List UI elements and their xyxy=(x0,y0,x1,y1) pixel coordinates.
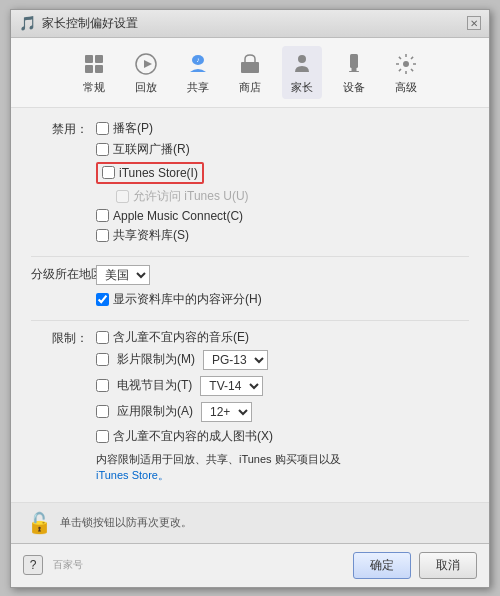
confirm-button[interactable]: 确定 xyxy=(353,552,411,579)
devices-label: 设备 xyxy=(343,80,365,95)
show-ratings-row: 显示资料库中的内容评分(H) xyxy=(96,291,469,308)
toolbar-playback[interactable]: 回放 xyxy=(126,46,166,99)
music-restrict-checkbox[interactable] xyxy=(96,331,109,344)
music-restrict-label[interactable]: 含儿童不宜内容的音乐(E) xyxy=(113,329,249,346)
lock-row: 🔓 单击锁按钮以防再次更改。 xyxy=(11,502,489,543)
itunes-store-checkbox[interactable] xyxy=(102,166,115,179)
podcast-checkbox[interactable] xyxy=(96,122,109,135)
toolbar-parental[interactable]: 家长 xyxy=(282,46,322,99)
internet-radio-row: 互联网广播(R) xyxy=(96,141,469,158)
general-icon xyxy=(80,50,108,78)
itunes-u-checkbox[interactable] xyxy=(116,190,129,203)
main-window: 🎵 家长控制偏好设置 ✕ 常规 回放 ♪ 共享 xyxy=(10,9,490,588)
restrict-section-row: 限制： 含儿童不宜内容的音乐(E) 影片限制为(M) PG-13 G PG R xyxy=(31,329,469,484)
restrict-label: 限制： xyxy=(31,329,96,347)
separator-2 xyxy=(31,320,469,321)
svg-rect-1 xyxy=(95,55,103,63)
close-button[interactable]: ✕ xyxy=(467,16,481,30)
svg-marker-5 xyxy=(144,60,152,68)
movie-limit-checkbox[interactable] xyxy=(96,353,109,366)
internet-radio-checkbox[interactable] xyxy=(96,143,109,156)
tv-rating-select[interactable]: TV-14 TV-Y TV-G xyxy=(200,376,263,396)
shared-library-label[interactable]: 共享资料库(S) xyxy=(113,227,189,244)
show-ratings-checkbox[interactable] xyxy=(96,293,109,306)
itunes-u-row: 允许访问 iTunes U(U) xyxy=(116,188,469,205)
tv-limit-label[interactable]: 电视节目为(T) xyxy=(117,377,192,394)
window-icon: 🎵 xyxy=(19,15,36,31)
advanced-label: 高级 xyxy=(395,80,417,95)
adult-books-checkbox[interactable] xyxy=(96,430,109,443)
apple-music-row: Apple Music Connect(C) xyxy=(96,209,469,223)
svg-rect-12 xyxy=(349,71,359,72)
app-limit-checkbox[interactable] xyxy=(96,405,109,418)
toolbar-store[interactable]: 商店 xyxy=(230,46,270,99)
tv-limit-checkbox[interactable] xyxy=(96,379,109,392)
disabled-section: 禁用： 播客(P) 互联网广播(R) iTunes Store(I) xyxy=(31,120,469,248)
tv-limit-row: 电视节目为(T) TV-14 TV-Y TV-G xyxy=(96,376,469,396)
svg-rect-8 xyxy=(241,62,259,73)
shared-library-row: 共享资料库(S) xyxy=(96,227,469,244)
app-limit-row: 应用限制为(A) 12+ 4+ 9+ 17+ xyxy=(96,402,469,422)
separator-1 xyxy=(31,256,469,257)
devices-icon xyxy=(340,50,368,78)
toolbar-advanced[interactable]: 高级 xyxy=(386,46,426,99)
rating-region-label: 分级所在地区(N)： xyxy=(31,265,96,283)
cancel-button[interactable]: 取消 xyxy=(419,552,477,579)
svg-rect-0 xyxy=(85,55,93,63)
restrict-content: 含儿童不宜内容的音乐(E) 影片限制为(M) PG-13 G PG R 电视节目… xyxy=(96,329,469,484)
itunes-store-label[interactable]: iTunes Store(I) xyxy=(119,166,198,180)
toolbar-devices[interactable]: 设备 xyxy=(334,46,374,99)
svg-rect-2 xyxy=(85,65,93,73)
store-icon xyxy=(236,50,264,78)
footer-left: ? 百家号 xyxy=(23,555,83,575)
advanced-icon xyxy=(392,50,420,78)
svg-text:♪: ♪ xyxy=(196,56,200,63)
toolbar-general[interactable]: 常规 xyxy=(74,46,114,99)
svg-point-13 xyxy=(403,61,409,67)
svg-point-9 xyxy=(298,55,306,63)
sharing-label: 共享 xyxy=(187,80,209,95)
lock-icon[interactable]: 🔓 xyxy=(27,511,52,535)
music-restrict-row: 含儿童不宜内容的音乐(E) xyxy=(96,329,469,346)
show-ratings-label[interactable]: 显示资料库中的内容评分(H) xyxy=(113,291,262,308)
note-text: 内容限制适用于回放、共享、iTunes 购买项目以及 iTunes Store。 xyxy=(96,451,469,484)
podcast-label[interactable]: 播客(P) xyxy=(113,120,153,137)
itunes-store-highlight-box: iTunes Store(I) xyxy=(96,162,204,184)
toolbar-sharing[interactable]: ♪ 共享 xyxy=(178,46,218,99)
title-bar-left: 🎵 家长控制偏好设置 xyxy=(19,15,138,32)
movie-limit-row: 影片限制为(M) PG-13 G PG R xyxy=(96,350,469,370)
store-label: 商店 xyxy=(239,80,261,95)
note-link[interactable]: iTunes Store。 xyxy=(96,469,169,481)
app-rating-select[interactable]: 12+ 4+ 9+ 17+ xyxy=(201,402,252,422)
playback-label: 回放 xyxy=(135,80,157,95)
content-area: 禁用： 播客(P) 互联网广播(R) iTunes Store(I) xyxy=(11,108,489,502)
apple-music-checkbox[interactable] xyxy=(96,209,109,222)
window-title: 家长控制偏好设置 xyxy=(42,15,138,32)
podcast-row: 播客(P) xyxy=(96,120,469,137)
lock-text: 单击锁按钮以防再次更改。 xyxy=(60,515,192,530)
toolbar: 常规 回放 ♪ 共享 商店 家长 xyxy=(11,38,489,108)
country-select[interactable]: 美国 xyxy=(96,265,150,285)
parental-icon xyxy=(288,50,316,78)
adult-books-label[interactable]: 含儿童不宜内容的成人图书(X) xyxy=(113,428,273,445)
title-bar: 🎵 家长控制偏好设置 ✕ xyxy=(11,10,489,38)
movie-limit-label[interactable]: 影片限制为(M) xyxy=(117,351,195,368)
parental-label: 家长 xyxy=(291,80,313,95)
rating-region-content: 美国 显示资料库中的内容评分(H) xyxy=(96,265,469,312)
apple-music-label[interactable]: Apple Music Connect(C) xyxy=(113,209,243,223)
playback-icon xyxy=(132,50,160,78)
note-text-main: 内容限制适用于回放、共享、iTunes 购买项目以及 xyxy=(96,453,341,465)
watermark: 百家号 xyxy=(53,558,83,572)
movie-rating-select[interactable]: PG-13 G PG R xyxy=(203,350,268,370)
shared-library-checkbox[interactable] xyxy=(96,229,109,242)
itunes-store-row: iTunes Store(I) xyxy=(96,162,469,184)
internet-radio-label[interactable]: 互联网广播(R) xyxy=(113,141,190,158)
itunes-u-label[interactable]: 允许访问 iTunes U(U) xyxy=(133,188,249,205)
sharing-icon: ♪ xyxy=(184,50,212,78)
help-button[interactable]: ? xyxy=(23,555,43,575)
general-label: 常规 xyxy=(83,80,105,95)
app-limit-label[interactable]: 应用限制为(A) xyxy=(117,403,193,420)
rating-region-row: 分级所在地区(N)： 美国 显示资料库中的内容评分(H) xyxy=(31,265,469,312)
footer: ? 百家号 确定 取消 xyxy=(11,543,489,587)
country-select-wrapper: 美国 xyxy=(96,265,469,285)
